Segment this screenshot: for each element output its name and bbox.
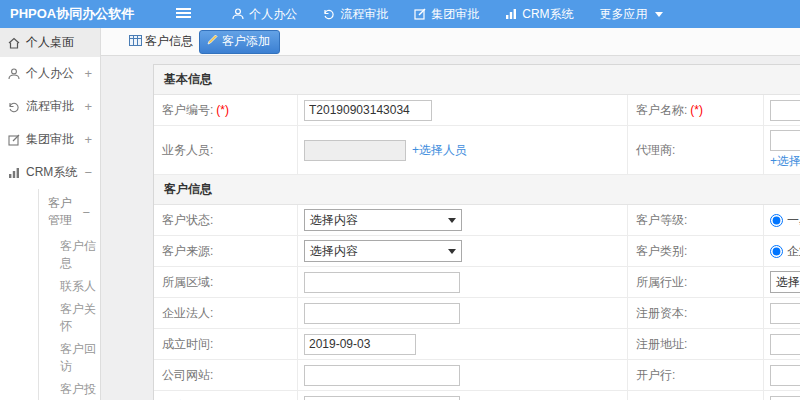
sidebar-item-customer-complaint[interactable]: 客户投诉 [39, 378, 100, 400]
nav-process-approval[interactable]: 流程审批 [310, 6, 401, 23]
sales-person-cell: +选择人员 [298, 126, 628, 174]
nav-item-label: CRM系统 [522, 6, 573, 23]
agent-input[interactable] [770, 130, 800, 151]
registered-capital-input[interactable] [770, 303, 800, 324]
sidebar-item-customer-care[interactable]: 客户关怀 [39, 298, 100, 338]
select-value: 选择内容 [310, 243, 358, 260]
hamburger-icon [176, 7, 191, 22]
form-row-founded-address: 成立时间: 注册地址: [154, 329, 800, 360]
customer-status-cell: 选择内容 [298, 205, 628, 235]
bank-account-cell [764, 391, 800, 400]
customer-name-input[interactable] [770, 100, 800, 121]
expand-icon[interactable]: + [84, 132, 92, 147]
form-row-website-bank: 公司网站: 开户行: [154, 360, 800, 391]
sidebar-item-contacts[interactable]: 联系人 [39, 275, 100, 298]
sidebar-item-group-approval[interactable]: 集团审批 + [0, 123, 100, 156]
registered-address-cell [764, 329, 800, 359]
select-person-link[interactable]: +选择人员 [412, 142, 467, 159]
sidebar-item-process-approval[interactable]: 流程审批 + [0, 90, 100, 123]
chevron-down-icon [448, 218, 456, 223]
bank-account-input[interactable] [770, 396, 800, 400]
chevron-down-icon [448, 249, 456, 254]
customer-category-cell: 企业 [764, 236, 800, 266]
form-row-status-level: 客户状态: 选择内容 客户等级: 一星 [154, 205, 800, 236]
level-radio[interactable] [770, 214, 783, 227]
bank-branch-input[interactable] [770, 365, 800, 386]
sidebar-item-customer-info[interactable]: 客户信息 [39, 235, 100, 275]
category-radio[interactable] [770, 245, 783, 258]
tab-customer-add[interactable]: 客户添加 [199, 30, 280, 54]
sidebar-item-personal-office[interactable]: 个人办公 + [0, 57, 100, 90]
sidebar-item-label: 集团审批 [26, 131, 74, 148]
customer-source-select[interactable]: 选择内容 [304, 240, 462, 262]
expand-icon[interactable]: + [84, 66, 92, 81]
expand-icon[interactable]: + [84, 99, 92, 114]
section-title-customer-info: 客户信息 [154, 175, 800, 205]
customer-category-label: 客户类别: [628, 236, 764, 266]
user-icon [232, 8, 244, 20]
customer-name-label: 客户名称:(*) [628, 95, 764, 125]
account-name-label: 开户名称: [154, 391, 298, 400]
customer-status-select[interactable]: 选择内容 [304, 209, 462, 231]
nav-more-apps[interactable]: 更多应用 [587, 6, 676, 23]
legal-person-label: 企业法人: [154, 298, 298, 328]
account-name-cell [298, 391, 628, 400]
user-icon [8, 68, 20, 80]
crm-submenu: 客户管理 − 客户信息 联系人 客户关怀 客户回访 客户投诉 销售管理 + 财务… [38, 189, 100, 400]
required-mark: (*) [690, 103, 703, 117]
sidebar-item-label: CRM系统 [26, 164, 77, 181]
sidebar-item-crm-system[interactable]: CRM系统 − [0, 156, 100, 189]
tab-label: 客户添加 [222, 33, 270, 50]
sidebar-item-customer-revisit[interactable]: 客户回访 [39, 338, 100, 378]
nav-crm-system[interactable]: CRM系统 [492, 6, 586, 23]
nav-item-label: 流程审批 [340, 6, 388, 23]
industry-select[interactable]: 选择内容 [770, 271, 800, 293]
pencil-icon [207, 34, 218, 48]
form-row-sales-person: 业务人员: +选择人员 代理商: +选择代理商 [154, 126, 800, 175]
sidebar-item-desktop[interactable]: 个人桌面 [0, 28, 100, 57]
founded-date-cell [298, 329, 628, 359]
customer-status-label: 客户状态: [154, 205, 298, 235]
form-row-region-industry: 所属区域: 所属行业: 选择内容 [154, 267, 800, 298]
bar-chart-icon [505, 8, 517, 20]
nav-item-label: 更多应用 [600, 6, 648, 23]
customer-source-cell: 选择内容 [298, 236, 628, 266]
customer-source-label: 客户来源: [154, 236, 298, 266]
topbar: PHPOA协同办公软件 个人办公 流程审批 集团审批 [0, 0, 800, 28]
sidebar-item-customer-management[interactable]: 客户管理 − [39, 189, 100, 235]
collapse-icon[interactable]: − [84, 165, 92, 180]
nav-group-approval[interactable]: 集团审批 [401, 6, 492, 23]
radio-label: 一星 [787, 212, 800, 229]
founded-date-input[interactable] [304, 334, 416, 355]
section-title-basic-info: 基本信息 [154, 65, 800, 95]
customer-no-input[interactable] [304, 100, 432, 121]
website-label: 公司网站: [154, 360, 298, 390]
select-agent-link[interactable]: +选择代理商 [770, 153, 800, 170]
legal-person-input[interactable] [304, 303, 460, 324]
agent-cell: +选择代理商 [764, 126, 800, 174]
process-icon [8, 101, 20, 113]
tab-customer-info[interactable]: 客户信息 [129, 33, 193, 50]
tab-label: 客户信息 [145, 33, 193, 50]
registered-address-input[interactable] [770, 334, 800, 355]
chevron-down-icon [655, 12, 663, 17]
bank-branch-label: 开户行: [628, 360, 764, 390]
main-area: 客户信息 客户添加 基本信息 客户编号:(*) [101, 28, 800, 400]
founded-date-label: 成立时间: [154, 329, 298, 359]
form-row-source-category: 客户来源: 选择内容 客户类别: 企业 [154, 236, 800, 267]
top-navigation: 个人办公 流程审批 集团审批 CRM系统 更多应用 [219, 6, 675, 23]
collapse-icon[interactable]: − [82, 205, 90, 220]
customer-level-label: 客户等级: [628, 205, 764, 235]
menu-toggle-button[interactable] [176, 7, 191, 22]
edit-square-icon [8, 134, 20, 146]
nav-personal-office[interactable]: 个人办公 [219, 6, 310, 23]
form-row-customer-no: 客户编号:(*) 客户名称:(*) [154, 95, 800, 126]
sales-person-input[interactable] [304, 140, 406, 161]
industry-cell: 选择内容 [764, 267, 800, 297]
tab-bar: 客户信息 客户添加 [101, 28, 800, 56]
region-input[interactable] [304, 272, 460, 293]
sales-person-label: 业务人员: [154, 126, 298, 174]
registered-capital-cell [764, 298, 800, 328]
account-name-input[interactable] [304, 396, 460, 400]
website-input[interactable] [304, 365, 460, 386]
